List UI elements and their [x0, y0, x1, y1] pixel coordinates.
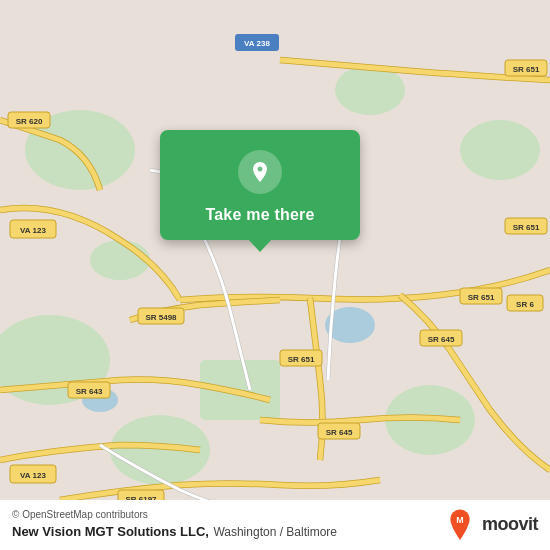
map-svg: VA 123 VA 123 SR 651 SR 651 SR 651 SR 65…: [0, 0, 550, 550]
sr651-bot-label: SR 651: [288, 355, 315, 364]
attribution-text: © OpenStreetMap contributors: [12, 509, 337, 520]
location-icon-circle: [238, 150, 282, 194]
map-container: VA 123 VA 123 SR 651 SR 651 SR 651 SR 65…: [0, 0, 550, 550]
va238-label: VA 238: [244, 39, 270, 48]
va123-bot-label: VA 123: [20, 471, 46, 480]
sr651-mid-label: SR 651: [468, 293, 495, 302]
business-name: New Vision MGT Solutions LLC,: [12, 524, 209, 539]
bottom-info: © OpenStreetMap contributors New Vision …: [12, 509, 337, 540]
svg-text:M: M: [456, 515, 463, 525]
sr5498-label: SR 5498: [145, 313, 177, 322]
svg-point-6: [90, 240, 150, 280]
moovit-brand-text: moovit: [482, 514, 538, 535]
sr651-top-label: SR 651: [513, 65, 540, 74]
sr645-2-label: SR 645: [326, 428, 353, 437]
sr645-1-label: SR 645: [428, 335, 455, 344]
moovit-logo: M moovit: [444, 508, 538, 540]
va123-top-label: VA 123: [20, 226, 46, 235]
moovit-icon: M: [444, 508, 476, 540]
sr643-label: SR 643: [76, 387, 103, 396]
business-info: New Vision MGT Solutions LLC, Washington…: [12, 522, 337, 540]
svg-point-4: [460, 120, 540, 180]
take-me-there-button[interactable]: Take me there: [205, 206, 314, 224]
sr651-rt-label: SR 651: [513, 223, 540, 232]
business-location: Washington / Baltimore: [213, 525, 337, 539]
location-pin-icon: [248, 160, 272, 184]
sr6-rt-label: SR 6: [516, 300, 534, 309]
bottom-bar: © OpenStreetMap contributors New Vision …: [0, 500, 550, 550]
popup-card[interactable]: Take me there: [160, 130, 360, 240]
sr620-label: SR 620: [16, 117, 43, 126]
